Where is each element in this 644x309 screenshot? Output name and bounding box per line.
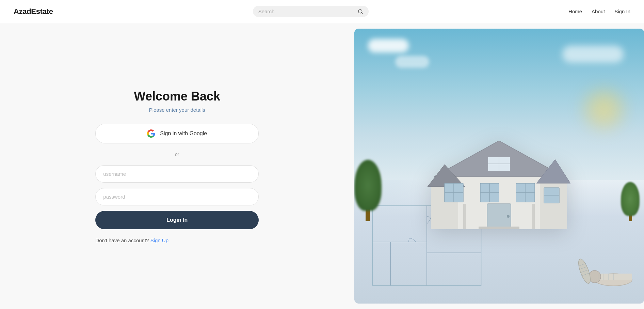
signup-link[interactable]: Sign Up [150, 237, 168, 243]
svg-rect-31 [532, 204, 535, 229]
brand-logo: AzadEstate [14, 7, 53, 16]
nav-about-link[interactable]: About [592, 9, 605, 14]
image-panel [354, 29, 644, 304]
login-button[interactable]: Login In [95, 211, 259, 229]
svg-rect-32 [479, 227, 519, 229]
house-image [354, 29, 644, 304]
google-logo-icon [147, 129, 155, 138]
cloud-3 [395, 56, 429, 68]
login-box: Welcome Back Please enter your details S… [95, 89, 259, 243]
tree-right [620, 182, 641, 221]
divider-text: or [175, 152, 179, 157]
search-button[interactable] [358, 9, 363, 14]
nav-links: Home About Sign In [568, 9, 630, 14]
login-panel: Welcome Back Please enter your details S… [0, 23, 354, 309]
sun-glow [578, 83, 629, 135]
username-input[interactable] [95, 165, 259, 183]
divider-line-right [185, 154, 259, 154]
password-input[interactable] [95, 188, 259, 205]
nav-home-link[interactable]: Home [568, 9, 582, 14]
login-subtitle: Please enter your details [95, 107, 259, 113]
login-title: Welcome Back [95, 89, 259, 104]
svg-rect-30 [463, 204, 466, 229]
cloud-2 [562, 46, 624, 63]
search-icon [358, 9, 363, 14]
tree-left [354, 160, 382, 221]
google-signin-button[interactable]: Sign in with Google [95, 124, 259, 143]
nav-signin-link[interactable]: Sign In [614, 9, 630, 14]
divider: or [95, 152, 259, 157]
svg-line-1 [361, 13, 363, 14]
google-signin-label: Sign in with Google [160, 130, 207, 137]
house-illustration [428, 134, 570, 229]
signup-prompt: Don't have an account? Sign Up [95, 237, 259, 243]
no-account-text: Don't have an account? [95, 237, 149, 243]
search-input[interactable] [258, 9, 354, 14]
search-bar [253, 6, 369, 17]
cloud-1 [368, 39, 409, 52]
blueprint-roll [559, 252, 634, 293]
svg-point-29 [507, 215, 510, 218]
navbar: AzadEstate Home About Sign In [0, 0, 644, 23]
main-content: Welcome Back Please enter your details S… [0, 23, 644, 309]
divider-line-left [95, 154, 170, 154]
